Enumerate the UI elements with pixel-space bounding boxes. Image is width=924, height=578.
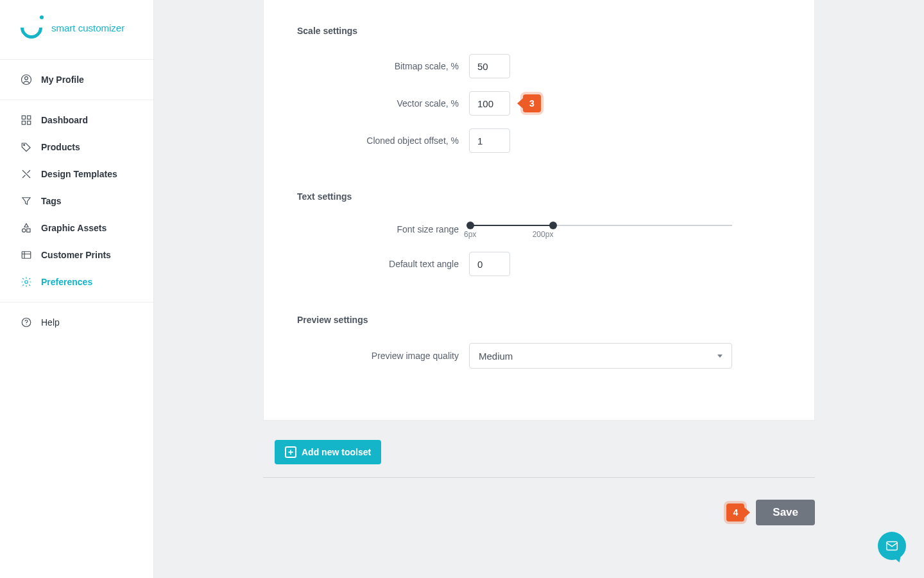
section-title-text: Text settings (297, 191, 781, 202)
add-toolset-label: Add new toolset (302, 447, 371, 457)
select-preview-quality[interactable]: Medium (469, 343, 732, 369)
sidebar-item-preferences[interactable]: Preferences (0, 268, 153, 295)
callout-3: 3 (523, 94, 541, 112)
sidebar-item-products[interactable]: Products (0, 134, 153, 161)
input-clone-offset[interactable] (469, 128, 510, 153)
section-title-scale: Scale settings (297, 26, 781, 36)
svg-rect-2 (22, 116, 25, 119)
brand: smart customizer (0, 0, 153, 60)
sidebar-item-label: Preferences (41, 277, 92, 287)
sidebar-item-graphic-assets[interactable]: Graphic Assets (0, 215, 153, 241)
nav-profile-block: My Profile (0, 60, 153, 100)
sidebar-item-my-profile[interactable]: My Profile (0, 66, 153, 93)
label-preview-quality: Preview image quality (297, 351, 469, 361)
shapes-icon (21, 222, 32, 234)
toolset-actions: + Add new toolset (263, 440, 815, 478)
gear-icon (21, 276, 32, 288)
sidebar-item-label: Graphic Assets (41, 223, 107, 233)
main-content: Scale settings Bitmap scale, % Vector sc… (154, 0, 924, 578)
section-title-preview: Preview settings (297, 315, 781, 325)
save-button[interactable]: Save (756, 500, 815, 525)
sidebar-item-label: Tags (41, 196, 62, 206)
user-icon (21, 74, 32, 85)
input-vector-scale[interactable] (469, 91, 510, 116)
slider-thumb-max[interactable] (549, 222, 557, 229)
label-text-angle: Default text angle (297, 259, 469, 269)
chevron-down-icon (717, 355, 723, 358)
row-text-angle: Default text angle (297, 252, 781, 276)
input-bitmap-scale[interactable] (469, 54, 510, 78)
brand-name: smart customizer (51, 22, 124, 33)
dashboard-icon (21, 114, 32, 126)
label-vector-scale: Vector scale, % (297, 98, 469, 109)
sidebar-item-label: Customer Prints (41, 250, 111, 260)
slider-min-label: 6px (464, 230, 476, 239)
input-text-angle[interactable] (469, 252, 510, 276)
sidebar-item-label: Design Templates (41, 169, 117, 179)
sidebar-item-help[interactable]: Help (0, 309, 153, 336)
brand-logo-icon (21, 17, 42, 39)
svg-point-1 (25, 76, 28, 80)
sidebar-item-label: Products (41, 142, 80, 152)
svg-rect-13 (887, 542, 898, 550)
select-value: Medium (479, 351, 513, 362)
svg-rect-8 (27, 229, 30, 232)
plus-icon: + (285, 446, 296, 458)
sidebar-item-label: Help (41, 317, 60, 328)
svg-rect-3 (28, 116, 31, 119)
tools-icon (21, 168, 32, 180)
font-size-range-slider[interactable]: 6px 200px (469, 220, 732, 239)
sidebar-item-design-templates[interactable]: Design Templates (0, 161, 153, 188)
svg-point-6 (24, 144, 25, 146)
row-bitmap-scale: Bitmap scale, % (297, 54, 781, 78)
sidebar-item-label: Dashboard (41, 115, 88, 125)
settings-panel: Scale settings Bitmap scale, % Vector sc… (263, 0, 815, 421)
row-preview-quality: Preview image quality Medium (297, 343, 781, 369)
label-font-range: Font size range (297, 224, 469, 234)
svg-point-7 (22, 229, 26, 232)
svg-rect-5 (28, 121, 31, 125)
row-font-range: Font size range 6px 200px (297, 220, 781, 239)
sidebar-item-dashboard[interactable]: Dashboard (0, 107, 153, 134)
label-clone-offset: Cloned object offset, % (297, 136, 469, 146)
callout-4: 4 (726, 504, 744, 521)
nav-help-block: Help (0, 302, 153, 342)
save-row: 4 Save (263, 500, 815, 525)
svg-point-12 (26, 324, 26, 325)
svg-point-10 (25, 281, 28, 284)
svg-rect-4 (22, 121, 25, 125)
row-clone-offset: Cloned object offset, % (297, 128, 781, 153)
mail-icon (885, 539, 899, 553)
svg-rect-9 (22, 252, 31, 259)
help-icon (21, 317, 32, 328)
label-bitmap-scale: Bitmap scale, % (297, 61, 469, 71)
tag-icon (21, 141, 32, 153)
chat-support-button[interactable] (878, 532, 906, 560)
nav-main-block: Dashboard Products Design Templates Tags (0, 100, 153, 302)
add-toolset-button[interactable]: + Add new toolset (275, 440, 381, 464)
prints-icon (21, 249, 32, 261)
slider-max-label: 200px (533, 230, 554, 239)
sidebar-item-customer-prints[interactable]: Customer Prints (0, 241, 153, 268)
sidebar-item-tags[interactable]: Tags (0, 188, 153, 215)
row-vector-scale: Vector scale, % 3 (297, 91, 781, 116)
sidebar: smart customizer My Profile Dashboard (0, 0, 154, 578)
slider-thumb-min[interactable] (466, 222, 474, 229)
sidebar-item-label: My Profile (41, 74, 84, 85)
filter-icon (21, 195, 32, 207)
